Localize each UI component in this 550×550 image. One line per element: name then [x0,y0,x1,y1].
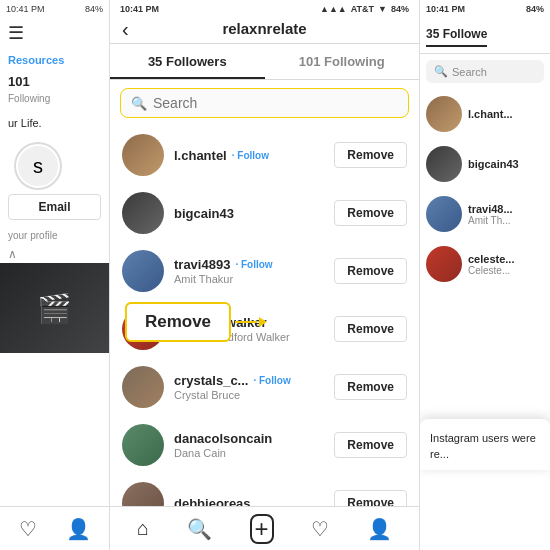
tooltip-remove-label: Remove [145,312,211,331]
main-panel: 10:41 PM ▲▲▲ AT&T ▼ 84% ‹ relaxnrelate 3… [110,0,420,550]
right-search-icon: 🔍 [434,65,448,78]
right-follower-avatar[interactable] [426,96,462,132]
left-resources-link[interactable]: Resources [0,50,109,70]
main-nav-plus-icon[interactable]: + [250,514,274,544]
follower-info: crystals_c...· FollowCrystal Bruce [174,373,324,401]
follower-row: danacolsoncainDana CainRemove [110,416,419,474]
follower-info: bigcain43 [174,206,324,221]
left-following-label: Following [0,93,109,108]
left-bottom-nav: ♡ 👤 [0,506,109,550]
left-thumbnail: 🎬 [0,263,109,353]
follower-info: danacolsoncainDana Cain [174,431,324,459]
follower-username[interactable]: travi4893 [174,257,230,272]
main-battery-text: 84% [391,4,409,14]
right-follower-row: bigcain43 [420,139,550,189]
search-bar[interactable]: 🔍 [120,88,409,118]
remove-button[interactable]: Remove [334,258,407,284]
follow-badge[interactable]: · Follow [235,259,272,270]
right-status-bar: 10:41 PM 84% [420,0,550,16]
follower-avatar[interactable] [122,482,164,506]
right-followers-list: l.chant...bigcain43travi48...Amit Th...c… [420,89,550,289]
right-follower-username[interactable]: travi48... [468,203,513,215]
remove-button[interactable]: Remove [334,142,407,168]
email-button[interactable]: Email [8,194,101,220]
thumbnail-icon: 🎬 [37,292,72,325]
follower-avatar[interactable] [122,366,164,408]
follow-badge[interactable]: · Follow [232,150,269,161]
back-button[interactable]: ‹ [122,19,129,39]
main-wifi-icon: ▼ [378,4,387,14]
left-tagline: ur Life. [0,108,109,138]
right-follower-avatar[interactable] [426,146,462,182]
right-follower-avatar[interactable] [426,246,462,282]
right-follower-avatar[interactable] [426,196,462,232]
right-follower-username[interactable]: celeste... [468,253,514,265]
search-icon: 🔍 [131,96,147,111]
remove-button[interactable]: Remove [334,200,407,226]
left-panel: 10:41 PM 84% ☰ Resources 101 Following u… [0,0,110,550]
follower-full-name: Crystal Bruce [174,389,324,401]
popup-text: Instagram users were re... [430,431,540,462]
tab-followers[interactable]: 35 Followers [110,44,265,79]
left-status-bar: 10:41 PM 84% [0,0,109,16]
right-tabs: 35 Followe [420,16,550,54]
main-header: ‹ relaxnrelate [110,16,419,44]
left-stats-count: 101 [0,70,109,93]
main-username: relaxnrelate [222,20,306,37]
follower-username[interactable]: bigcain43 [174,206,234,221]
right-follower-username[interactable]: l.chant... [468,108,513,120]
right-popup: Instagram users were re... [420,419,550,470]
remove-button[interactable]: Remove [334,374,407,400]
main-signal-icon: ▲▲▲ [320,4,347,14]
left-nav-heart-icon[interactable]: ♡ [19,517,37,541]
follower-avatar[interactable] [122,424,164,466]
follower-username[interactable]: danacolsoncain [174,431,272,446]
follower-info: debbieoreas [174,496,324,507]
right-battery: 84% [526,4,544,14]
right-tab-followers[interactable]: 35 Followe [426,27,487,47]
right-follower-username[interactable]: bigcain43 [468,158,519,170]
remove-tooltip: Remove [125,302,231,342]
main-nav-profile-icon[interactable]: 👤 [367,517,392,541]
main-nav-heart-icon[interactable]: ♡ [311,517,329,541]
search-input[interactable] [153,95,398,111]
follower-row: crystals_c...· FollowCrystal BruceRemove [110,358,419,416]
right-follower-row: celeste...Celeste... [420,239,550,289]
left-nav-profile-icon[interactable]: 👤 [66,517,91,541]
left-highlight-circle[interactable]: s [16,144,60,188]
tab-following[interactable]: 101 Following [265,44,420,79]
remove-button[interactable]: Remove [334,490,407,506]
left-profile-text: your profile [0,226,109,245]
right-panel: 10:41 PM 84% 35 Followe 🔍 Search l.chant… [420,0,550,550]
right-follower-row: l.chant... [420,89,550,139]
follower-username[interactable]: l.chantel [174,148,227,163]
left-chevron-icon[interactable]: ∧ [0,245,109,263]
main-nav-search-icon[interactable]: 🔍 [187,517,212,541]
follower-username[interactable]: crystals_c... [174,373,248,388]
follower-full-name: Dana Cain [174,447,324,459]
follow-badge[interactable]: · Follow [253,375,290,386]
main-tabs: 35 Followers 101 Following [110,44,419,80]
follower-info: l.chantel· Follow [174,148,324,163]
remove-button[interactable]: Remove [334,316,407,342]
follower-avatar[interactable] [122,250,164,292]
main-nav-home-icon[interactable]: ⌂ [137,517,149,540]
right-follower-fullname: Celeste... [468,265,514,276]
left-time: 10:41 PM [6,4,45,14]
main-carrier: AT&T [351,4,374,14]
right-search-placeholder: Search [452,66,487,78]
left-battery: 84% [85,4,103,14]
follower-info: travi4893· FollowAmit Thakur [174,257,324,285]
follower-avatar[interactable] [122,134,164,176]
hamburger-icon[interactable]: ☰ [0,16,109,50]
follower-avatar[interactable] [122,192,164,234]
right-search-bar[interactable]: 🔍 Search [426,60,544,83]
follower-row: travi4893· FollowAmit ThakurRemove [110,242,419,300]
circle-initial: s [33,155,43,178]
follower-full-name: Amit Thakur [174,273,324,285]
follower-row: l.chantel· FollowRemove [110,126,419,184]
main-status-bar: 10:41 PM ▲▲▲ AT&T ▼ 84% [110,0,419,16]
right-follower-row: travi48...Amit Th... [420,189,550,239]
follower-username[interactable]: debbieoreas [174,496,251,507]
remove-button[interactable]: Remove [334,432,407,458]
